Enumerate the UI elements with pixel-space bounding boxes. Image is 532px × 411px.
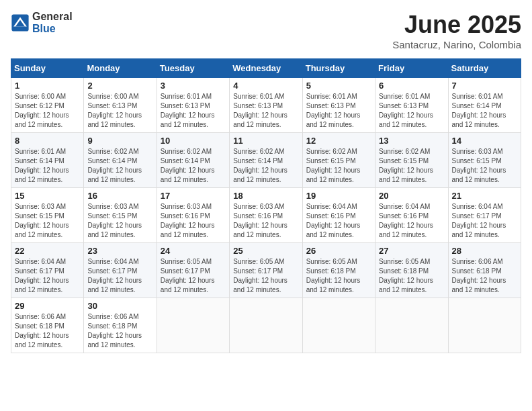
day-number: 5: [306, 81, 371, 91]
day-number: 14: [452, 136, 517, 146]
day-number: 19: [306, 191, 371, 201]
day-number: 18: [233, 191, 298, 201]
day-info: Sunrise: 6:01 AMSunset: 6:13 PMDaylight:…: [306, 92, 371, 130]
day-info: Sunrise: 6:03 AMSunset: 6:16 PMDaylight:…: [233, 202, 298, 240]
calendar-cell: 11Sunrise: 6:02 AMSunset: 6:14 PMDayligh…: [230, 133, 302, 188]
day-info: Sunrise: 6:06 AMSunset: 6:18 PMDaylight:…: [87, 312, 152, 350]
day-number: 27: [379, 246, 444, 256]
calendar-cell: 7Sunrise: 6:01 AMSunset: 6:14 PMDaylight…: [448, 78, 521, 133]
logo: General Blue: [11, 11, 73, 34]
day-info: Sunrise: 6:05 AMSunset: 6:17 PMDaylight:…: [161, 257, 226, 295]
day-info: Sunrise: 6:01 AMSunset: 6:13 PMDaylight:…: [233, 92, 298, 130]
calendar-cell: 22Sunrise: 6:04 AMSunset: 6:17 PMDayligh…: [11, 243, 84, 298]
day-info: Sunrise: 6:02 AMSunset: 6:15 PMDaylight:…: [379, 147, 444, 185]
day-info: Sunrise: 6:01 AMSunset: 6:13 PMDaylight:…: [379, 92, 444, 130]
calendar-cell: 15Sunrise: 6:03 AMSunset: 6:15 PMDayligh…: [11, 188, 84, 243]
day-number: 13: [379, 136, 444, 146]
day-info: Sunrise: 6:03 AMSunset: 6:15 PMDaylight:…: [452, 147, 517, 185]
calendar-cell: 17Sunrise: 6:03 AMSunset: 6:16 PMDayligh…: [157, 188, 229, 243]
day-info: Sunrise: 6:05 AMSunset: 6:18 PMDaylight:…: [306, 257, 371, 295]
month-title: June 2025: [392, 11, 521, 39]
calendar-week-5: 29Sunrise: 6:06 AMSunset: 6:18 PMDayligh…: [11, 298, 521, 353]
day-info: Sunrise: 6:06 AMSunset: 6:18 PMDaylight:…: [452, 257, 517, 295]
calendar-cell: 30Sunrise: 6:06 AMSunset: 6:18 PMDayligh…: [84, 298, 157, 353]
day-number: 8: [15, 136, 80, 146]
day-info: Sunrise: 6:00 AMSunset: 6:12 PMDaylight:…: [15, 92, 80, 130]
day-info: Sunrise: 6:04 AMSunset: 6:17 PMDaylight:…: [452, 202, 517, 240]
day-info: Sunrise: 6:04 AMSunset: 6:16 PMDaylight:…: [306, 202, 371, 240]
day-number: 16: [87, 191, 152, 201]
calendar-cell: 14Sunrise: 6:03 AMSunset: 6:15 PMDayligh…: [448, 133, 521, 188]
day-number: 24: [161, 246, 226, 256]
calendar-cell: 29Sunrise: 6:06 AMSunset: 6:18 PMDayligh…: [11, 298, 84, 353]
calendar-cell: 8Sunrise: 6:01 AMSunset: 6:14 PMDaylight…: [11, 133, 84, 188]
day-info: Sunrise: 6:01 AMSunset: 6:14 PMDaylight:…: [15, 147, 80, 185]
calendar-cell: 16Sunrise: 6:03 AMSunset: 6:15 PMDayligh…: [84, 188, 157, 243]
weekday-header-thursday: Thursday: [302, 59, 375, 78]
day-info: Sunrise: 6:01 AMSunset: 6:14 PMDaylight:…: [452, 92, 517, 130]
day-number: 6: [379, 81, 444, 91]
calendar-cell: 25Sunrise: 6:05 AMSunset: 6:17 PMDayligh…: [230, 243, 302, 298]
day-info: Sunrise: 6:03 AMSunset: 6:16 PMDaylight:…: [161, 202, 226, 240]
day-number: 9: [87, 136, 152, 146]
day-info: Sunrise: 6:04 AMSunset: 6:17 PMDaylight:…: [87, 257, 152, 295]
day-info: Sunrise: 6:01 AMSunset: 6:13 PMDaylight:…: [161, 92, 226, 130]
weekday-header-row: SundayMondayTuesdayWednesdayThursdayFrid…: [11, 59, 521, 78]
day-number: 30: [87, 301, 152, 311]
day-info: Sunrise: 6:00 AMSunset: 6:13 PMDaylight:…: [87, 92, 152, 130]
calendar-week-1: 1Sunrise: 6:00 AMSunset: 6:12 PMDaylight…: [11, 78, 521, 133]
calendar-cell: [302, 298, 375, 353]
day-number: 28: [452, 246, 517, 256]
calendar-cell: 26Sunrise: 6:05 AMSunset: 6:18 PMDayligh…: [302, 243, 375, 298]
day-number: 2: [87, 81, 152, 91]
calendar-cell: 10Sunrise: 6:02 AMSunset: 6:14 PMDayligh…: [157, 133, 229, 188]
day-number: 3: [161, 81, 226, 91]
calendar-cell: 1Sunrise: 6:00 AMSunset: 6:12 PMDaylight…: [11, 78, 84, 133]
calendar: SundayMondayTuesdayWednesdayThursdayFrid…: [11, 58, 521, 353]
page-header: General Blue June 2025 Santacruz, Narino…: [11, 11, 521, 50]
calendar-week-4: 22Sunrise: 6:04 AMSunset: 6:17 PMDayligh…: [11, 243, 521, 298]
calendar-cell: [375, 298, 448, 353]
calendar-cell: 20Sunrise: 6:04 AMSunset: 6:16 PMDayligh…: [375, 188, 448, 243]
day-number: 1: [15, 81, 80, 91]
calendar-week-3: 15Sunrise: 6:03 AMSunset: 6:15 PMDayligh…: [11, 188, 521, 243]
day-info: Sunrise: 6:03 AMSunset: 6:15 PMDaylight:…: [87, 202, 152, 240]
calendar-cell: 23Sunrise: 6:04 AMSunset: 6:17 PMDayligh…: [84, 243, 157, 298]
calendar-cell: 27Sunrise: 6:05 AMSunset: 6:18 PMDayligh…: [375, 243, 448, 298]
title-area: June 2025 Santacruz, Narino, Colombia: [392, 11, 521, 50]
day-info: Sunrise: 6:02 AMSunset: 6:14 PMDaylight:…: [233, 147, 298, 185]
calendar-cell: [230, 298, 302, 353]
day-number: 11: [233, 136, 298, 146]
day-info: Sunrise: 6:04 AMSunset: 6:17 PMDaylight:…: [15, 257, 80, 295]
day-info: Sunrise: 6:03 AMSunset: 6:15 PMDaylight:…: [15, 202, 80, 240]
day-number: 20: [379, 191, 444, 201]
calendar-cell: 18Sunrise: 6:03 AMSunset: 6:16 PMDayligh…: [230, 188, 302, 243]
weekday-header-tuesday: Tuesday: [157, 59, 229, 78]
calendar-cell: 5Sunrise: 6:01 AMSunset: 6:13 PMDaylight…: [302, 78, 375, 133]
day-number: 15: [15, 191, 80, 201]
calendar-cell: 9Sunrise: 6:02 AMSunset: 6:14 PMDaylight…: [84, 133, 157, 188]
day-number: 26: [306, 246, 371, 256]
weekday-header-wednesday: Wednesday: [230, 59, 302, 78]
calendar-week-2: 8Sunrise: 6:01 AMSunset: 6:14 PMDaylight…: [11, 133, 521, 188]
logo-blue: Blue: [32, 23, 56, 34]
day-number: 4: [233, 81, 298, 91]
logo-general: General: [32, 11, 73, 22]
weekday-header-saturday: Saturday: [448, 59, 521, 78]
day-number: 21: [452, 191, 517, 201]
day-number: 7: [452, 81, 517, 91]
calendar-cell: 24Sunrise: 6:05 AMSunset: 6:17 PMDayligh…: [157, 243, 229, 298]
calendar-cell: [157, 298, 229, 353]
calendar-cell: [448, 298, 521, 353]
calendar-cell: 28Sunrise: 6:06 AMSunset: 6:18 PMDayligh…: [448, 243, 521, 298]
calendar-cell: 13Sunrise: 6:02 AMSunset: 6:15 PMDayligh…: [375, 133, 448, 188]
day-number: 23: [87, 246, 152, 256]
day-number: 12: [306, 136, 371, 146]
calendar-cell: 19Sunrise: 6:04 AMSunset: 6:16 PMDayligh…: [302, 188, 375, 243]
day-info: Sunrise: 6:05 AMSunset: 6:18 PMDaylight:…: [379, 257, 444, 295]
weekday-header-sunday: Sunday: [11, 59, 84, 78]
day-number: 22: [15, 246, 80, 256]
calendar-cell: 21Sunrise: 6:04 AMSunset: 6:17 PMDayligh…: [448, 188, 521, 243]
calendar-cell: 3Sunrise: 6:01 AMSunset: 6:13 PMDaylight…: [157, 78, 229, 133]
calendar-cell: 4Sunrise: 6:01 AMSunset: 6:13 PMDaylight…: [230, 78, 302, 133]
